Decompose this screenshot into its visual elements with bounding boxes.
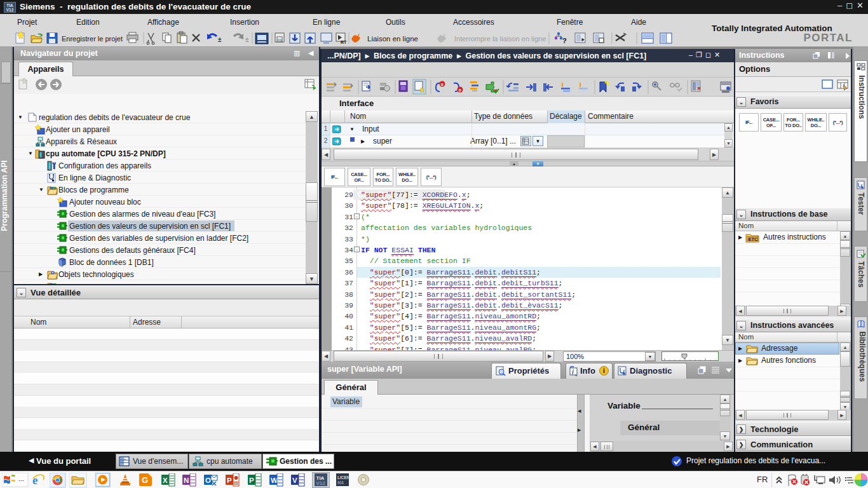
svg-text:LICEN: LICEN (337, 475, 349, 480)
svg-text:---: --- (18, 477, 24, 484)
svg-text:X: X (163, 477, 168, 484)
svg-text:+: + (124, 457, 126, 461)
svg-text:?: ? (562, 37, 567, 44)
svg-text:P: P (227, 477, 232, 484)
svg-text:P: P (249, 477, 254, 484)
svg-text:V: V (292, 477, 297, 484)
svg-text:ETC: ETC (749, 236, 759, 242)
svg-text:W: W (271, 477, 278, 484)
svg-text:i: i (572, 369, 574, 376)
svg-text:o: o (441, 82, 444, 86)
svg-text:O: O (205, 477, 211, 484)
svg-text:±: ± (218, 36, 222, 43)
svg-text:N: N (184, 477, 189, 484)
svg-text:o: o (459, 88, 461, 92)
svg-text:±: ± (245, 36, 249, 43)
svg-text:01: 01 (278, 38, 282, 42)
svg-text:V12: V12 (316, 480, 326, 486)
svg-text:Liaison en ligne: Liaison en ligne (367, 35, 418, 43)
svg-text:MA: MA (337, 480, 344, 485)
svg-text:Interrompre la liaison en lign: Interrompre la liaison en ligne (454, 35, 546, 43)
svg-text:G: G (142, 475, 148, 485)
svg-text:RT: RT (341, 40, 347, 44)
svg-text:Enregistrer le projet: Enregistrer le projet (62, 35, 123, 43)
